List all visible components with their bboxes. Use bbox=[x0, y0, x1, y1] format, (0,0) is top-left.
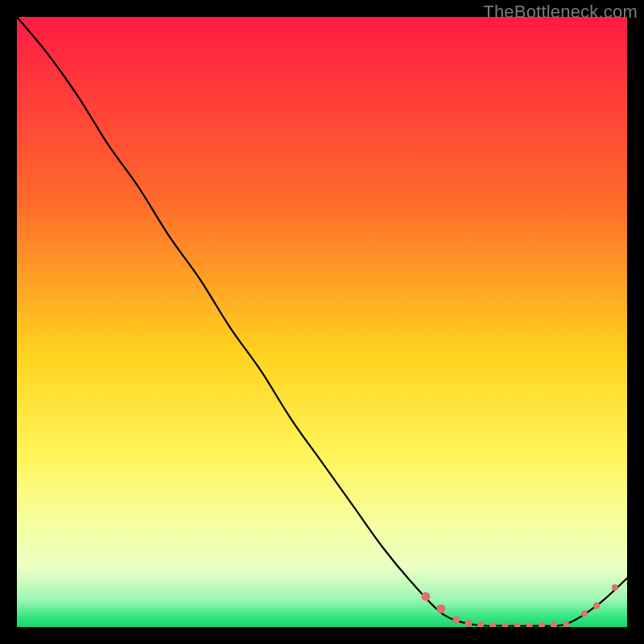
marker-dot bbox=[551, 621, 557, 628]
marker-dot bbox=[612, 584, 618, 591]
marker-dot bbox=[502, 622, 508, 629]
marker-dot bbox=[421, 592, 430, 601]
marker-dot bbox=[464, 620, 472, 627]
marker-dot bbox=[526, 622, 533, 629]
chart-stage: TheBottleneck.com bbox=[0, 0, 644, 644]
marker-dot bbox=[477, 621, 484, 628]
gradient-background bbox=[17, 17, 627, 627]
chart-svg bbox=[0, 0, 644, 644]
marker-dot bbox=[452, 616, 460, 623]
marker-dot bbox=[593, 602, 600, 609]
watermark-label: TheBottleneck.com bbox=[483, 2, 638, 23]
marker-dot bbox=[514, 622, 521, 629]
marker-dot bbox=[436, 605, 445, 613]
marker-dot bbox=[489, 622, 496, 629]
marker-dot bbox=[539, 622, 545, 629]
marker-dot bbox=[581, 610, 588, 617]
marker-dot bbox=[563, 621, 569, 627]
